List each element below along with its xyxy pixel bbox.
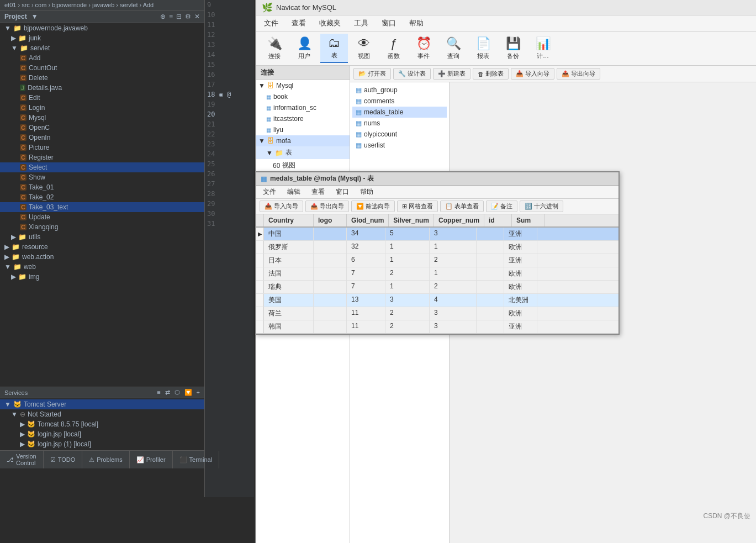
services-icon1[interactable]: ≡ — [157, 389, 160, 396]
tree-item-take01[interactable]: C Take_01 — [0, 182, 204, 192]
tree-item-add[interactable]: C Add — [0, 53, 204, 63]
tree-item-mysql[interactable]: C Mysql — [0, 113, 204, 123]
tree-item-login[interactable]: C Login — [0, 103, 204, 113]
sub-menu-window[interactable]: 窗口 — [334, 187, 351, 197]
col-glod[interactable]: Glod_num — [347, 214, 389, 226]
tree-item-resource[interactable]: ▶ 📁 resource — [0, 242, 204, 252]
table-row-france[interactable]: 法国 7 2 1 欧洲 — [256, 267, 618, 281]
sub-menu-view[interactable]: 查看 — [309, 187, 327, 197]
table-olypiccount[interactable]: ▦ olypiccount — [352, 129, 447, 140]
sub-btn-import[interactable]: 📥 导入向导 — [260, 201, 303, 212]
table-medals[interactable]: ▦ medals_table — [352, 107, 447, 118]
btn-import[interactable]: 📥 导入向导 — [511, 68, 554, 80]
col-id[interactable]: id — [484, 214, 512, 226]
tree-item-show[interactable]: C Show — [0, 172, 204, 182]
tab-profiler[interactable]: 📈 Profiler — [130, 451, 173, 468]
sub-menu-edit[interactable]: 编辑 — [285, 187, 303, 197]
menu-tools[interactable]: 工具 — [352, 17, 371, 29]
table-row-korea[interactable]: 韩国 11 2 3 亚洲 — [256, 320, 618, 334]
table-row-china[interactable]: ▶ 中国 34 5 3 亚洲 — [256, 228, 618, 241]
sub-btn-form[interactable]: 📋 表单查看 — [440, 201, 484, 212]
services-item-tomcat8[interactable]: ▶ 🐱 Tomcat 8.5.75 [local] — [0, 419, 204, 429]
table-row-russia[interactable]: 俄罗斯 32 1 1 欧洲 — [256, 241, 618, 254]
toolbar-user[interactable]: 👤 用户 — [290, 34, 318, 62]
toolbar-func[interactable]: ƒ 函数 — [380, 34, 408, 62]
services-item-not-started[interactable]: ▼ ⊖ Not Started — [0, 409, 204, 419]
table-nums[interactable]: ▦ nums — [352, 118, 447, 129]
btn-new-table[interactable]: ➕ 新建表 — [433, 68, 470, 80]
menu-file[interactable]: 文件 — [262, 17, 281, 29]
services-icon2[interactable]: ⇄ — [165, 389, 170, 396]
close-icon[interactable]: ✕ — [194, 13, 200, 20]
tree-item-update[interactable]: C Update — [0, 212, 204, 222]
tree-item-img[interactable]: ▶ 📁 img — [0, 272, 204, 282]
table-auth-group[interactable]: ▦ auth_group — [352, 85, 447, 96]
tree-item-select[interactable]: C Select — [0, 162, 204, 172]
db-itcaststore[interactable]: ▦ itcaststore — [256, 113, 350, 124]
services-item-loginjsp2[interactable]: ▶ 🐱 login.jsp (1) [local] — [0, 439, 204, 449]
services-item-tomcat-server[interactable]: ▼ 🐱 Tomcat Server — [0, 399, 204, 409]
toolbar-view[interactable]: 👁 视图 — [350, 34, 378, 62]
collapse-icon[interactable]: ⊟ — [176, 13, 182, 20]
sub-btn-note[interactable]: 📝 备注 — [486, 201, 517, 212]
db-book[interactable]: ▦ book — [256, 91, 350, 102]
services-item-loginjsp1[interactable]: ▶ 🐱 login.jsp [local] — [0, 429, 204, 439]
services-icon4[interactable]: 🔽 — [184, 389, 192, 396]
table-comments[interactable]: ▦ comments — [352, 96, 447, 107]
services-icon3[interactable]: ⬡ — [175, 389, 180, 396]
menu-window[interactable]: 窗口 — [379, 17, 398, 29]
tab-todo[interactable]: ☑ TODO — [44, 451, 83, 468]
tree-item-countout[interactable]: C CountOut — [0, 63, 204, 73]
settings-icon[interactable]: ⚙ — [185, 13, 191, 20]
tree-item-webaction[interactable]: ▶ 📁 web.action — [0, 252, 204, 262]
toolbar-report[interactable]: 📄 报表 — [469, 34, 497, 62]
sub-menu-file[interactable]: 文件 — [261, 187, 278, 197]
menu-favorites[interactable]: 收藏夹 — [317, 17, 343, 29]
col-sum[interactable]: Sum — [512, 214, 545, 226]
col-logo[interactable]: logo — [314, 214, 347, 226]
tree-item-junk[interactable]: ▶ 📁 junk — [0, 33, 204, 43]
table-userlist[interactable]: ▦ userlist — [352, 140, 447, 151]
tree-item-openin[interactable]: C OpenIn — [0, 133, 204, 143]
tree-item-details[interactable]: J Details.java — [0, 83, 204, 93]
db-liyu[interactable]: ▦ liyu — [256, 124, 350, 135]
menu-help[interactable]: 帮助 — [407, 17, 426, 29]
sub-btn-export[interactable]: 📤 导出向导 — [305, 201, 349, 212]
tree-item-web[interactable]: ▼ 📁 web — [0, 262, 204, 272]
sub-btn-hex[interactable]: 🔢 十六进制 — [520, 201, 563, 212]
tree-item-utils[interactable]: ▶ 📁 utils — [0, 232, 204, 242]
db-mofa-table-folder[interactable]: ▼ 📁 表 — [256, 146, 350, 159]
db-view[interactable]: 60 视图 — [256, 159, 350, 172]
db-information[interactable]: ▦ information_sc — [256, 102, 350, 113]
toolbar-backup[interactable]: 💾 备份 — [499, 34, 527, 62]
sort-icon[interactable]: ≡ — [169, 13, 173, 20]
table-row-usa[interactable]: 美国 13 3 4 北美洲 — [256, 294, 618, 307]
toolbar-connect[interactable]: 🔌 连接 — [261, 34, 288, 62]
sub-btn-grid[interactable]: ⊞ 网格查看 — [397, 201, 438, 212]
col-country[interactable]: Country — [264, 214, 314, 226]
tab-problems[interactable]: ⚠ Problems — [82, 451, 129, 468]
menu-view[interactable]: 查看 — [289, 17, 308, 29]
btn-open-table[interactable]: 📂 打开表 — [353, 68, 391, 80]
btn-delete-table[interactable]: 🗑 删除表 — [473, 68, 509, 80]
sub-menu-help[interactable]: 帮助 — [358, 187, 376, 197]
db-mofa[interactable]: ▼ 🗄 mofa — [256, 135, 350, 146]
btn-export[interactable]: 📤 导出向导 — [557, 68, 600, 80]
toolbar-event[interactable]: ⏰ 事件 — [410, 34, 437, 62]
add-icon[interactable]: ⊕ — [160, 13, 166, 20]
tab-version-control[interactable]: ⎇ Version Control — [0, 451, 44, 468]
db-mysql[interactable]: ▼ 🗄 Mysql — [256, 80, 350, 91]
tree-item-register[interactable]: C Register — [0, 152, 204, 162]
tree-item-servlet[interactable]: ▼ 📁 servlet — [0, 43, 204, 53]
toolbar-query[interactable]: 🔍 查询 — [440, 34, 467, 62]
table-row-sweden[interactable]: 瑞典 7 1 2 欧洲 — [256, 281, 618, 294]
tree-item-openc[interactable]: C OpenC — [0, 123, 204, 133]
table-row-japan[interactable]: 日本 6 1 2 亚洲 — [256, 254, 618, 267]
tree-item-picture[interactable]: C Picture — [0, 143, 204, 152]
tree-item-xiangqing[interactable]: C Xiangqing — [0, 222, 204, 232]
btn-design-table[interactable]: 🔧 设计表 — [393, 68, 431, 80]
toolbar-table[interactable]: 🗂 表 — [320, 34, 348, 63]
tree-item-delete[interactable]: C Delete — [0, 73, 204, 83]
tree-item-take02[interactable]: C Take_02 — [0, 192, 204, 202]
services-icon5[interactable]: + — [197, 389, 200, 396]
